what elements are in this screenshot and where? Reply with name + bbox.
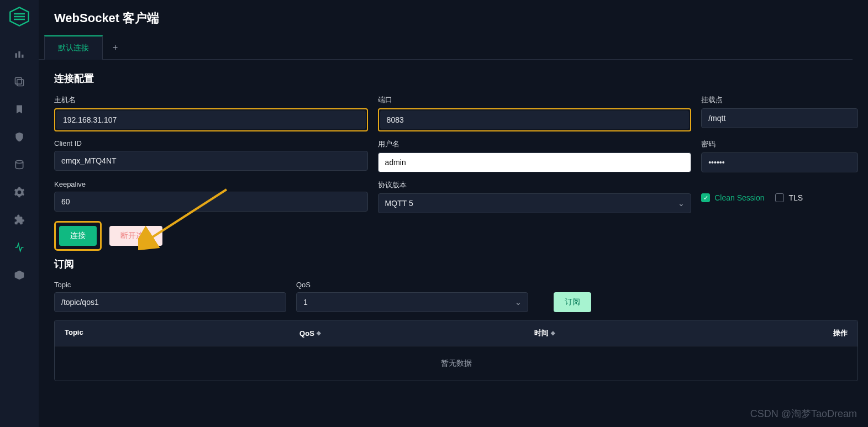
check-icon: ✓ — [701, 193, 710, 202]
password-input[interactable] — [701, 152, 858, 172]
host-highlight — [54, 108, 368, 131]
keepalive-label: Keepalive — [54, 180, 368, 188]
tools-icon[interactable] — [14, 242, 25, 253]
username-input[interactable] — [378, 152, 692, 172]
subscriptions-table: Topic QoS ◆ 时间 ◆ 操作 暂无数据 — [54, 320, 858, 381]
connect-button[interactable]: 连接 — [59, 226, 97, 246]
plugins-icon[interactable] — [14, 214, 25, 225]
main-area: WebSocket 客户端 默认连接 + 连接配置 主机名 端口 挂载点 — [39, 0, 868, 427]
host-input[interactable] — [56, 110, 366, 129]
svg-rect-6 — [22, 55, 23, 58]
username-label: 用户名 — [378, 139, 692, 149]
sidebar — [0, 0, 39, 427]
table-empty-text: 暂无数据 — [55, 346, 858, 381]
svg-rect-5 — [18, 51, 20, 58]
sub-qos-label: QoS — [296, 281, 528, 289]
table-header: Topic QoS ◆ 时间 ◆ 操作 — [55, 320, 858, 346]
clean-session-checkbox[interactable]: ✓ Clean Session — [701, 193, 764, 202]
disconnect-button[interactable]: 断开连接 — [109, 226, 162, 246]
sub-topic-label: Topic — [54, 281, 286, 289]
mount-input[interactable] — [701, 108, 858, 128]
bookmark-icon[interactable] — [14, 104, 25, 115]
svg-point-9 — [15, 161, 23, 164]
shield-icon[interactable] — [14, 131, 25, 143]
sub-qos-select[interactable]: 1 — [296, 292, 528, 312]
sub-topic-input[interactable] — [54, 292, 286, 312]
port-label: 端口 — [378, 95, 692, 105]
tab-add-button[interactable]: + — [103, 36, 128, 59]
port-highlight — [378, 108, 692, 131]
th-action: 操作 — [769, 328, 848, 338]
connection-section-title: 连接配置 — [54, 72, 858, 85]
database-icon[interactable] — [14, 159, 25, 170]
protocol-label: 协议版本 — [378, 180, 692, 190]
th-topic: Topic — [65, 328, 299, 338]
keepalive-input[interactable] — [54, 192, 368, 212]
watermark: CSDN @淘梦TaoDream — [750, 407, 857, 420]
storage-icon[interactable] — [14, 270, 25, 281]
tls-label: TLS — [788, 193, 803, 202]
svg-rect-4 — [15, 53, 17, 57]
th-qos[interactable]: QoS ◆ — [299, 328, 534, 338]
clientid-label: Client ID — [54, 139, 368, 147]
mount-label: 挂载点 — [701, 95, 858, 105]
app-logo — [8, 6, 30, 28]
unchecked-icon — [775, 193, 784, 202]
sort-icon: ◆ — [551, 330, 555, 336]
svg-rect-7 — [15, 78, 22, 85]
tls-checkbox[interactable]: TLS — [775, 193, 803, 202]
dashboard-icon[interactable] — [14, 49, 25, 60]
th-time[interactable]: 时间 ◆ — [534, 328, 769, 338]
password-label: 密码 — [701, 139, 858, 149]
host-label: 主机名 — [54, 95, 368, 105]
tab-default-conn[interactable]: 默认连接 — [44, 35, 103, 60]
page-title: WebSocket 客户端 — [39, 0, 868, 32]
gear-icon[interactable] — [14, 187, 25, 198]
port-input[interactable] — [380, 110, 690, 129]
clientid-input[interactable] — [54, 151, 368, 171]
subscribe-section-title: 订阅 — [54, 257, 858, 271]
tabs-bar: 默认连接 + — [39, 35, 853, 60]
connect-highlight: 连接 — [54, 221, 102, 251]
clean-session-label: Clean Session — [714, 193, 764, 202]
clients-icon[interactable] — [14, 76, 25, 87]
connection-panel: 连接配置 主机名 端口 挂载点 Client ID — [44, 60, 868, 393]
sort-icon: ◆ — [317, 330, 321, 336]
subscribe-button[interactable]: 订阅 — [554, 292, 591, 312]
protocol-select[interactable]: MQTT 5 — [378, 193, 692, 213]
svg-rect-8 — [17, 80, 24, 86]
